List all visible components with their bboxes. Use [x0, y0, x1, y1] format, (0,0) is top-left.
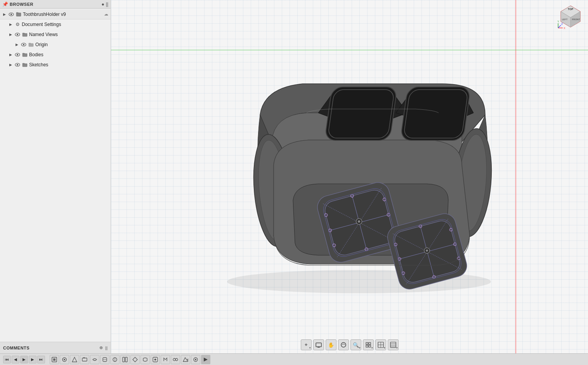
3d-model-svg — [190, 53, 528, 301]
tool-btn-6[interactable] — [100, 355, 109, 364]
svg-rect-15 — [23, 53, 24, 54]
svg-rect-81 — [366, 345, 368, 347]
comments-label: COMMENTS — [3, 346, 29, 350]
browser-panel: 📌 BROWSER ● || ▶ — [0, 0, 111, 353]
zoom-tool-btn[interactable]: 🔍 — [350, 339, 361, 350]
svg-rect-96 — [83, 357, 85, 358]
tool-btn-8[interactable] — [120, 355, 130, 364]
view-tool-btn[interactable] — [363, 339, 374, 350]
cloud-icon: ☁ — [103, 11, 109, 17]
svg-rect-19 — [23, 63, 24, 64]
nav-first-btn[interactable]: ⏮ — [3, 356, 11, 363]
svg-rect-91 — [53, 358, 56, 361]
app-wrapper: 📌 BROWSER ● || ▶ — [0, 0, 588, 365]
svg-text:Y: Y — [557, 20, 559, 23]
center-toolbar: ⌖ ✋ 🔍 — [301, 339, 399, 350]
tool-btn-14[interactable] — [181, 355, 190, 364]
tool-btn-5[interactable] — [90, 355, 99, 364]
eye-named-views-icon[interactable] — [14, 31, 21, 38]
svg-rect-101 — [123, 357, 125, 362]
y-axis-line — [111, 50, 588, 50]
tree-item-origin[interactable]: ▶ Origin — [0, 40, 111, 50]
content-row: 📌 BROWSER ● || ▶ — [0, 0, 588, 353]
svg-text:Z: Z — [561, 22, 563, 25]
collapse-icon[interactable]: ● — [102, 2, 104, 7]
tool-btn-2[interactable] — [60, 355, 69, 364]
tree-item-bodies[interactable]: ▶ Bodies — [0, 50, 111, 60]
svg-rect-27 — [400, 87, 470, 140]
comments-menu-icon[interactable]: || — [105, 346, 108, 350]
nav-play-btn[interactable]: ▶ — [20, 356, 28, 363]
svg-point-9 — [23, 44, 24, 45]
svg-rect-107 — [195, 359, 196, 360]
menu-icon[interactable]: || — [106, 2, 108, 7]
svg-point-104 — [173, 358, 175, 361]
snap-tool-btn[interactable]: ⌖ — [301, 339, 312, 350]
browser-header: 📌 BROWSER ● || — [0, 0, 111, 9]
tool-btn-1[interactable] — [50, 355, 59, 364]
tree-item-sketches[interactable]: ▶ Sketches — [0, 60, 111, 70]
expand-sketches-icon[interactable]: ▶ — [8, 62, 13, 67]
origin-label: Origin — [35, 42, 109, 47]
eye-sketches-icon[interactable] — [14, 62, 21, 68]
svg-point-105 — [175, 358, 178, 361]
tool-btn-7[interactable] — [110, 355, 120, 364]
pin-icon[interactable]: 📌 — [2, 2, 8, 7]
nav-last-btn[interactable]: ⏭ — [37, 356, 45, 363]
eye-origin-icon[interactable] — [21, 42, 27, 48]
svg-line-74 — [558, 25, 561, 28]
bottom-strip: ⏮ ◀ ▶ ▶ ⏭ — [0, 353, 588, 365]
sketches-label: Sketches — [29, 62, 109, 67]
grid-tool-btn[interactable] — [388, 339, 399, 350]
folder-bodies-icon — [22, 52, 28, 58]
eye-root-icon[interactable] — [8, 11, 14, 17]
eye-bodies-icon[interactable] — [14, 52, 21, 58]
tool-btn-13[interactable] — [171, 355, 180, 364]
pan-tool-btn[interactable]: ✋ — [326, 339, 336, 350]
comments-add-icon[interactable]: ⊕ — [99, 345, 103, 350]
expand-doc-icon[interactable]: ▶ — [8, 22, 13, 27]
svg-point-5 — [17, 34, 18, 35]
view-cube[interactable]: TOP FRONT LEFT X Y Z — [557, 4, 584, 31]
tool-btn-10[interactable] — [140, 355, 150, 364]
svg-text:LEFT: LEFT — [562, 18, 568, 21]
orbit-tool-btn[interactable] — [338, 339, 349, 350]
named-views-label: Named Views — [29, 32, 109, 37]
browser-title: BROWSER — [10, 2, 100, 7]
tool-btn-15[interactable] — [191, 355, 200, 364]
svg-rect-2 — [16, 13, 21, 16]
svg-rect-82 — [369, 345, 371, 347]
tool-btn-4[interactable] — [80, 355, 89, 364]
svg-rect-7 — [23, 33, 24, 34]
svg-rect-11 — [29, 43, 31, 44]
root-label: ToothbrushHolder v9 — [23, 12, 102, 17]
expand-bodies-icon[interactable]: ▶ — [8, 52, 13, 57]
browser-tree: ▶ ToothbrushHolder v9 ☁ — [0, 9, 111, 342]
tree-item-document-settings[interactable]: ▶ ⚙ Document Settings — [0, 19, 111, 29]
svg-rect-3 — [16, 12, 18, 13]
nav-prev-btn[interactable]: ◀ — [12, 356, 19, 363]
nav-next-btn[interactable]: ▶ — [29, 356, 36, 363]
tool-btn-12[interactable] — [161, 355, 170, 364]
svg-text:X: X — [564, 27, 565, 29]
svg-marker-94 — [72, 357, 77, 362]
comments-panel: COMMENTS ⊕ || — [0, 342, 111, 353]
svg-text:FRONT: FRONT — [572, 18, 580, 21]
expand-root-icon[interactable]: ▶ — [2, 12, 7, 17]
tool-btn-16[interactable] — [201, 355, 210, 364]
expand-origin-icon[interactable]: ▶ — [14, 42, 19, 47]
svg-rect-95 — [82, 358, 87, 361]
tool-btn-11[interactable] — [151, 355, 160, 364]
display-tool-btn[interactable] — [313, 339, 324, 350]
display-mode-btn[interactable] — [375, 339, 386, 350]
svg-point-78 — [341, 343, 346, 347]
folder-sketches-icon — [22, 62, 28, 68]
tree-root-item[interactable]: ▶ ToothbrushHolder v9 ☁ — [0, 9, 111, 19]
tool-btn-3[interactable] — [70, 355, 79, 364]
gear-icon: ⚙ — [14, 21, 21, 28]
folder-named-views-icon — [22, 31, 28, 38]
expand-named-views-icon[interactable]: ▶ — [8, 32, 13, 37]
tool-btn-9[interactable] — [130, 355, 140, 364]
viewport[interactable]: TOP FRONT LEFT X Y Z ⌖ ✋ — [111, 0, 588, 353]
tree-item-named-views[interactable]: ▶ Named Views — [0, 29, 111, 40]
